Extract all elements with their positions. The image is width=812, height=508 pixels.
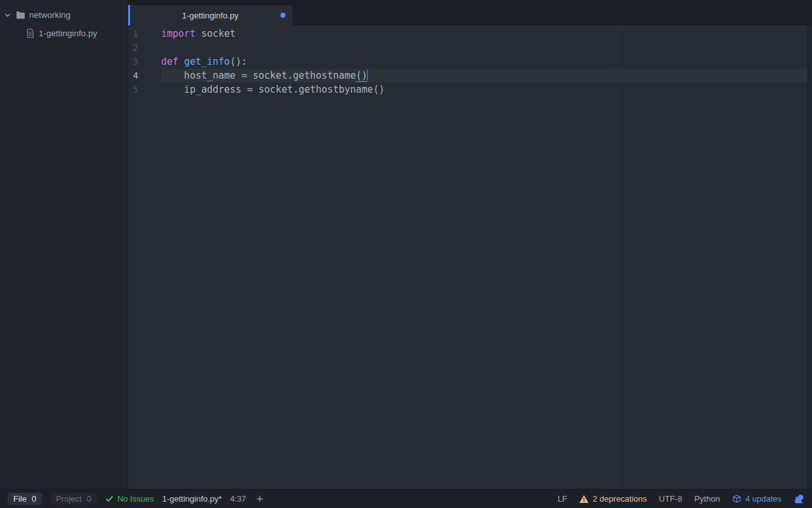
status-current-file: 1-gettinginfo.py* [162, 494, 222, 504]
code-line-2: 2 [128, 41, 812, 55]
status-bar-left: File0 Project0 No Issues 1-gettinginfo.p… [8, 493, 265, 505]
status-bar-right: LF 2 deprecations UTF-8 Python 4 updates [558, 494, 804, 504]
plain-token: (): [230, 56, 247, 67]
linter-no-issues-status[interactable]: No Issues [105, 494, 154, 504]
cursor-position-button[interactable]: 4:37 [230, 494, 246, 504]
deprecations-status[interactable]: 2 deprecations [579, 494, 646, 504]
editor-window: networking 1-gettinginfo.py 1-gettinginf… [0, 0, 812, 508]
active-tab-indicator [128, 5, 130, 25]
plain-token: host_name = socket.gethostname [161, 70, 356, 81]
tab-modified-indicator[interactable] [280, 13, 285, 18]
tree-file-item[interactable]: 1-gettinginfo.py [0, 24, 128, 43]
check-icon [105, 495, 114, 502]
plus-icon[interactable]: + [254, 493, 265, 505]
squirrel-icon[interactable] [794, 494, 804, 504]
code-lines: 1 import socket 2 3 def get_info(): 4 ho… [128, 25, 812, 97]
tree-file-label: 1-gettinginfo.py [39, 29, 97, 38]
vertical-scrollbar[interactable] [808, 25, 812, 489]
chevron-down-icon[interactable] [4, 12, 13, 18]
code-line-3: 3 def get_info(): [128, 55, 812, 69]
warning-triangle-icon [579, 495, 589, 504]
keyword-token: import [161, 28, 195, 39]
code-line-1: 1 import socket [128, 27, 812, 41]
tab-title: 1-gettinginfo.py [182, 11, 239, 20]
tree-view-panel: networking 1-gettinginfo.py [0, 0, 128, 489]
linter-file-count: 0 [32, 494, 36, 504]
folder-icon [15, 11, 26, 19]
grammar-selector[interactable]: Python [694, 494, 719, 504]
text-editor[interactable]: 1 import socket 2 3 def get_info(): 4 ho… [128, 25, 812, 489]
linter-project-count: 0 [87, 494, 91, 504]
tab-1-gettinginfo[interactable]: 1-gettinginfo.py [128, 5, 292, 25]
encoding-selector[interactable]: UTF-8 [659, 494, 683, 504]
plain-token: ip_address = socket.gethostbyname() [161, 84, 384, 95]
code-line-5: 5 ip_address = socket.gethostbyname() [128, 83, 812, 97]
tree-folder-networking[interactable]: networking [0, 6, 128, 24]
line-number[interactable]: 3 [128, 55, 161, 69]
line-number[interactable]: 5 [128, 83, 161, 97]
status-bar: File0 Project0 No Issues 1-gettinginfo.p… [0, 489, 812, 508]
line-number[interactable]: 1 [128, 27, 161, 41]
code-line-4-active: 4 host_name = socket.gethostname() [128, 69, 812, 83]
linter-project-scope-button[interactable]: Project0 [50, 493, 97, 505]
plain-token: socket [195, 28, 235, 39]
package-icon [732, 494, 742, 504]
tab-bar: 1-gettinginfo.py [128, 0, 812, 25]
line-ending-selector[interactable]: LF [558, 494, 567, 504]
package-updates-status[interactable]: 4 updates [732, 494, 782, 504]
text-cursor [367, 70, 368, 81]
function-name-token: get_info [184, 56, 230, 67]
keyword-token: def [161, 56, 184, 67]
linter-file-scope-button[interactable]: File0 [8, 493, 42, 505]
tree-folder-label: networking [29, 10, 70, 20]
line-number[interactable]: 4 [128, 69, 161, 83]
line-number[interactable]: 2 [128, 41, 161, 55]
matched-bracket-open: ( [356, 70, 362, 82]
file-text-icon [24, 29, 36, 38]
